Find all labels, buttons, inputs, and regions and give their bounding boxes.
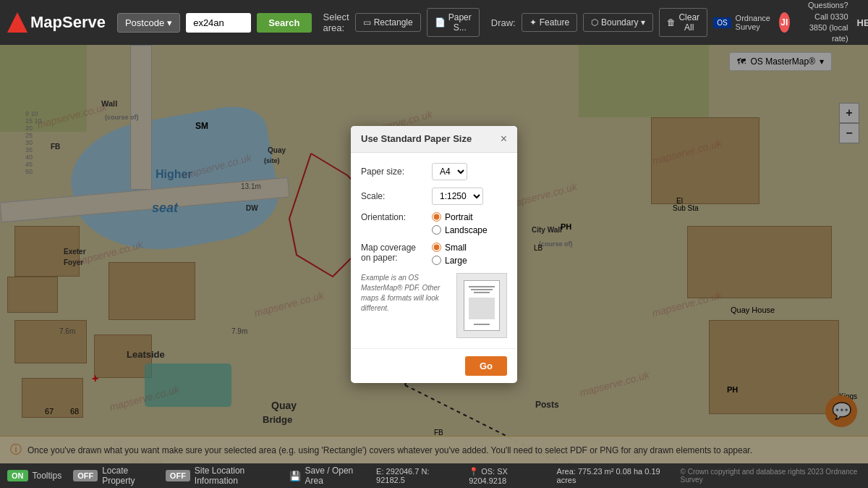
map-area[interactable]: Higher seat Wall (course of) Quay (site)… bbox=[0, 45, 868, 463]
trash-icon: 🗑 bbox=[667, 17, 676, 28]
top-bar-right: OS Ordnance Survey JI Questions? Call 03… bbox=[713, 0, 868, 45]
feature-icon: ✦ bbox=[529, 17, 537, 28]
go-button[interactable]: Go bbox=[465, 356, 507, 376]
locate-toggle[interactable]: OFF bbox=[73, 470, 98, 481]
small-option[interactable]: Small bbox=[432, 243, 467, 253]
dropdown-arrow-icon: ▾ bbox=[167, 17, 172, 28]
orientation-radio-group: Portrait Landscape bbox=[432, 212, 488, 235]
example-line-4 bbox=[474, 324, 490, 325]
landscape-label: Landscape bbox=[445, 225, 488, 235]
help-button[interactable]: HELP bbox=[857, 17, 868, 28]
feature-button[interactable]: ✦ Feature bbox=[522, 13, 577, 32]
modal-overlay: Use Standard Paper Size × Paper size: A4… bbox=[0, 45, 868, 463]
boundary-button[interactable]: ⬡ Boundary ▾ bbox=[583, 13, 653, 32]
modal-body: Paper size: A4 A3 A2 Scale: 1:1250 1:250… bbox=[351, 153, 517, 348]
modal-close-button[interactable]: × bbox=[501, 133, 507, 145]
logo-icon bbox=[7, 12, 27, 33]
modal-footer: Go bbox=[351, 348, 517, 383]
paper-size-button[interactable]: 📄 Paper S... bbox=[427, 8, 480, 37]
scale-row: Scale: 1:1250 1:2500 1:5000 bbox=[361, 188, 507, 205]
portrait-option[interactable]: Portrait bbox=[432, 212, 488, 222]
postcode-dropdown[interactable]: Postcode ▾ bbox=[117, 13, 180, 33]
landscape-radio[interactable] bbox=[432, 225, 441, 235]
example-text: Example is an OS MasterMap® PDF. Other m… bbox=[361, 273, 449, 314]
example-line-1 bbox=[469, 286, 495, 287]
large-option[interactable]: Large bbox=[432, 256, 467, 266]
tooltips-label: Tooltips bbox=[33, 471, 62, 481]
example-line-2 bbox=[471, 289, 493, 290]
status-area: Area: 775.23 m² 0.08 ha 0.19 acres bbox=[557, 467, 669, 484]
example-area: Example is an OS MasterMap® PDF. Other m… bbox=[361, 273, 507, 338]
orientation-row: Orientation: Portrait Landscape bbox=[361, 212, 507, 235]
save-label: Save / Open Area bbox=[305, 466, 365, 486]
coverage-label: Map coverage on paper: bbox=[361, 243, 426, 263]
paper-size-select[interactable]: A4 A3 A2 bbox=[432, 163, 467, 180]
location-icon: 📍 bbox=[469, 467, 479, 476]
ordnance-survey-text: Ordnance Survey bbox=[736, 14, 770, 31]
large-radio[interactable] bbox=[432, 256, 441, 265]
example-line-3 bbox=[474, 292, 490, 293]
coverage-radio-group: Small Large bbox=[432, 243, 467, 266]
large-label: Large bbox=[445, 256, 467, 266]
rectangle-icon: ▭ bbox=[363, 17, 371, 28]
example-img-inner bbox=[464, 280, 500, 331]
logo: MapServe bbox=[7, 12, 106, 33]
os-badge: OS bbox=[713, 17, 731, 28]
landscape-option[interactable]: Landscape bbox=[432, 225, 488, 235]
locate-label: Locate Property bbox=[102, 466, 154, 486]
paper-size-label: Paper size: bbox=[361, 167, 426, 177]
questions-text: Questions? bbox=[799, 0, 848, 11]
small-radio[interactable] bbox=[432, 243, 441, 252]
top-bar: MapServe Postcode ▾ Search Select area: … bbox=[0, 0, 868, 45]
postcode-label: Postcode bbox=[125, 17, 164, 28]
coverage-row: Map coverage on paper: Small Large bbox=[361, 243, 507, 266]
copyright: © Crown copyright and database rights 20… bbox=[681, 468, 861, 484]
example-map-thumb bbox=[469, 298, 495, 319]
portrait-label: Portrait bbox=[445, 212, 473, 222]
phone-info: Questions? Call 0330 3850 (local rate) bbox=[799, 0, 848, 45]
locate-toggle-group: OFF Locate Property bbox=[73, 466, 154, 486]
paper-icon: 📄 bbox=[435, 17, 446, 28]
postcode-input[interactable] bbox=[186, 13, 251, 33]
example-image bbox=[456, 273, 507, 338]
portrait-radio[interactable] bbox=[432, 212, 441, 222]
site-toggle-group: OFF Site Location Information bbox=[166, 466, 278, 486]
paper-size-row: Paper size: A4 A3 A2 bbox=[361, 163, 507, 180]
search-button[interactable]: Search bbox=[257, 13, 311, 33]
status-bar: ON Tooltips OFF Locate Property OFF Site… bbox=[0, 463, 868, 488]
paper-size-modal: Use Standard Paper Size × Paper size: A4… bbox=[351, 126, 517, 383]
modal-title: Use Standard Paper Size bbox=[361, 133, 472, 144]
rectangle-button[interactable]: ▭ Rectangle bbox=[355, 13, 421, 32]
status-coords: E: 292046.7 N: 92182.5 bbox=[376, 467, 451, 484]
clear-all-button[interactable]: 🗑 Clear All bbox=[659, 8, 707, 37]
small-label: Small bbox=[445, 243, 467, 253]
scale-label: Scale: bbox=[361, 191, 426, 201]
scale-select[interactable]: 1:1250 1:2500 1:5000 bbox=[432, 188, 483, 205]
site-toggle[interactable]: OFF bbox=[166, 470, 190, 481]
modal-header: Use Standard Paper Size × bbox=[351, 126, 517, 153]
site-label: Site Location Information bbox=[195, 466, 278, 486]
logo-text: MapServe bbox=[30, 13, 106, 32]
save-group: 💾 Save / Open Area bbox=[289, 466, 365, 486]
tooltips-toggle[interactable]: ON bbox=[7, 470, 28, 481]
phone-number: Call 0330 3850 (local rate) bbox=[799, 12, 848, 45]
boundary-icon: ⬡ bbox=[591, 17, 598, 28]
draw-label: Draw: bbox=[491, 17, 516, 28]
select-area-label: Select area: bbox=[323, 12, 349, 33]
user-avatar: JI bbox=[779, 12, 790, 33]
tooltips-toggle-group: ON Tooltips bbox=[7, 470, 61, 481]
os-ref: 📍 OS: SX 9204.9218 bbox=[469, 467, 539, 485]
orientation-label: Orientation: bbox=[361, 212, 426, 222]
partner-logos: OS Ordnance Survey bbox=[713, 14, 770, 31]
boundary-dropdown-icon: ▾ bbox=[641, 17, 645, 28]
save-icon: 💾 bbox=[289, 471, 301, 481]
